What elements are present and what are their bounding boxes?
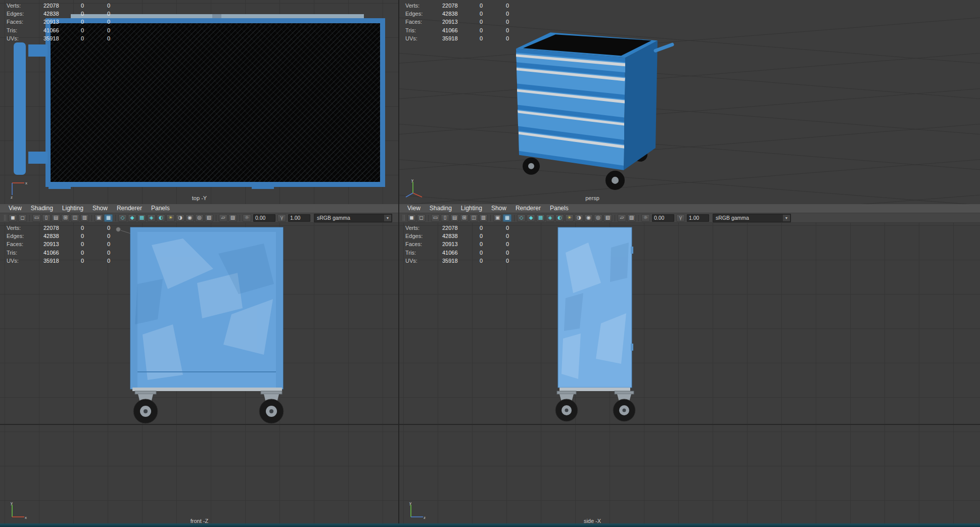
exposure-field[interactable]: 0.00 xyxy=(652,214,674,222)
heads-up-display-icon[interactable]: ▣ xyxy=(493,214,502,222)
xray-icon[interactable]: ▨ xyxy=(627,214,636,222)
hud-value: 35918 xyxy=(43,34,81,42)
viewport-front[interactable]: Verts:2207800Edges:4283800Faces:2091300T… xyxy=(0,222,399,527)
safe-title-icon[interactable]: ▥ xyxy=(479,214,488,222)
exposure-icon[interactable]: ☼ xyxy=(243,214,251,222)
hud-label: Tris: xyxy=(405,26,442,34)
colorspace-dropdown[interactable]: sRGB gamma▼ xyxy=(314,214,392,222)
menu-lighting[interactable]: Lighting xyxy=(456,204,487,213)
exposure-icon[interactable]: ☼ xyxy=(641,214,650,222)
heads-up-display-icon[interactable]: ▣ xyxy=(95,214,103,222)
toolbar-separator xyxy=(216,215,216,221)
menu-panels[interactable]: Panels xyxy=(147,204,174,213)
material-override-icon[interactable]: ◐ xyxy=(555,214,564,222)
gamma-field[interactable]: 1.00 xyxy=(288,214,310,222)
safe-action-icon[interactable]: ◫ xyxy=(470,214,478,222)
menu-show[interactable]: Show xyxy=(88,204,112,213)
grid-toggle-icon[interactable]: ▦ xyxy=(503,214,511,222)
lighting-all-icon[interactable]: ☀ xyxy=(166,214,175,222)
motion-blur-icon[interactable]: ◎ xyxy=(195,214,204,222)
viewport-side[interactable]: Verts:2207800Edges:4283800Faces:2091300T… xyxy=(399,222,980,527)
hud-value: 0 xyxy=(81,10,107,18)
safe-title-icon[interactable]: ▥ xyxy=(80,214,89,222)
motion-blur-icon[interactable]: ◎ xyxy=(594,214,602,222)
resolution-gate-icon[interactable]: ▯ xyxy=(441,214,449,222)
lighting-all-icon[interactable]: ☀ xyxy=(565,214,574,222)
shaded-mode-icon[interactable]: ◆ xyxy=(527,214,535,222)
menu-shading[interactable]: Shading xyxy=(425,204,456,213)
shadows-icon[interactable]: ◑ xyxy=(575,214,583,222)
menu-show[interactable]: Show xyxy=(487,204,511,213)
resolution-gate-icon[interactable]: ▯ xyxy=(42,214,51,222)
shaded-mode-icon[interactable]: ◆ xyxy=(128,214,136,222)
hud-row: Tris:4106600 xyxy=(7,26,127,34)
gamma-icon[interactable]: γ xyxy=(277,214,286,222)
hud-value: 35918 xyxy=(43,257,81,265)
menu-panels[interactable]: Panels xyxy=(545,204,573,213)
xray-icon[interactable]: ▨ xyxy=(228,214,237,222)
grid-toggle-icon[interactable]: ▦ xyxy=(104,214,113,222)
gamma-field[interactable]: 1.00 xyxy=(687,214,709,222)
toolbar-grip[interactable] xyxy=(4,215,6,221)
menu-shading[interactable]: Shading xyxy=(26,204,58,213)
colorspace-label: sRGB gamma xyxy=(317,215,350,221)
hud-value: 42838 xyxy=(43,232,81,240)
toolbar-separator xyxy=(638,215,639,221)
field-chart-icon[interactable]: ⊞ xyxy=(61,214,70,222)
hud-row: Faces:2091300 xyxy=(7,240,127,248)
gate-mask-icon[interactable]: ▤ xyxy=(450,214,459,222)
film-gate-icon[interactable]: ▭ xyxy=(431,214,440,222)
wireframe-on-shaded-icon[interactable]: ◈ xyxy=(147,214,156,222)
material-override-icon[interactable]: ◐ xyxy=(157,214,165,222)
isolate-select-icon[interactable]: ▱ xyxy=(219,214,227,222)
toolbar-separator xyxy=(428,215,429,221)
view-label: persp xyxy=(562,195,623,201)
wireframe-mode-icon[interactable]: ◇ xyxy=(118,214,127,222)
menu-view[interactable]: View xyxy=(4,204,26,213)
hud-value: 0 xyxy=(480,10,506,18)
cart-side-face xyxy=(624,40,658,170)
hud-value: 42838 xyxy=(43,10,81,18)
exposure-field[interactable]: 0.00 xyxy=(253,214,275,222)
panel-top-view: Verts:2207800Edges:4283800Faces:2091300T… xyxy=(0,0,399,204)
textured-mode-icon[interactable]: ▩ xyxy=(536,214,545,222)
ambient-occlusion-icon[interactable]: ◉ xyxy=(584,214,593,222)
menu-view[interactable]: View xyxy=(403,204,425,213)
toolbar-grip[interactable] xyxy=(403,215,405,221)
select-camera-icon[interactable]: ◼ xyxy=(407,214,416,222)
menu-renderer[interactable]: Renderer xyxy=(112,204,147,213)
right-rail xyxy=(276,227,283,389)
colorspace-dropdown[interactable]: sRGB gamma▼ xyxy=(713,214,791,222)
lock-camera-icon[interactable]: ◻ xyxy=(18,214,27,222)
textured-mode-icon[interactable]: ▩ xyxy=(137,214,146,222)
viewport-top[interactable]: Verts:2207800Edges:4283800Faces:2091300T… xyxy=(0,0,399,204)
hud-value: 35918 xyxy=(442,34,480,42)
anti-alias-icon[interactable]: ▧ xyxy=(205,214,213,222)
hud-value: 0 xyxy=(480,224,506,232)
gamma-icon[interactable]: γ xyxy=(676,214,685,222)
hud-row: Tris:4106600 xyxy=(405,249,526,257)
ambient-occlusion-icon[interactable]: ◉ xyxy=(185,214,194,222)
shadows-icon[interactable]: ◑ xyxy=(176,214,184,222)
panel-divider[interactable] xyxy=(398,0,399,527)
hud-label: Edges: xyxy=(7,232,43,240)
hud-label: UVs: xyxy=(405,34,442,42)
menu-lighting[interactable]: Lighting xyxy=(58,204,88,213)
wireframe-on-shaded-icon[interactable]: ◈ xyxy=(546,214,554,222)
select-camera-icon[interactable]: ◼ xyxy=(9,214,17,222)
tool-cart-side-view[interactable] xyxy=(555,227,635,421)
wireframe-mode-icon[interactable]: ◇ xyxy=(517,214,526,222)
tool-cart-front-view[interactable] xyxy=(130,227,284,423)
lock-camera-icon[interactable]: ◻ xyxy=(417,214,426,222)
field-chart-icon[interactable]: ⊞ xyxy=(460,214,469,222)
gate-mask-icon[interactable]: ▤ xyxy=(52,214,60,222)
svg-text:y: y xyxy=(409,501,411,505)
film-gate-icon[interactable]: ▭ xyxy=(32,214,41,222)
tool-cart-persp[interactable] xyxy=(516,32,672,190)
anti-alias-icon[interactable]: ▧ xyxy=(603,214,612,222)
safe-action-icon[interactable]: ◫ xyxy=(71,214,79,222)
menu-renderer[interactable]: Renderer xyxy=(511,204,545,213)
isolate-select-icon[interactable]: ▱ xyxy=(618,214,626,222)
viewport-persp[interactable]: Verts:2207800Edges:4283800Faces:2091300T… xyxy=(399,0,980,204)
hud-label: Faces: xyxy=(405,240,442,248)
